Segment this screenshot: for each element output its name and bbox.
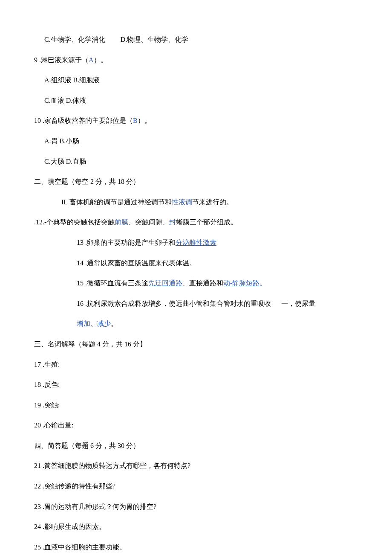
q12-blank2: 封 [169,218,176,226]
q14: 14 .通常以家畜的亘肠温度来代表体温。 [34,258,358,269]
q16-blank2: 减少 [97,320,111,327]
q16-line2: 增加、减少。 [34,318,358,329]
q11: IL 畜体机能的调节是通过神经调节和性液调节来进行的。 [34,197,358,208]
q13-blank: 分泌雌性激素 [176,239,216,246]
section3-title: 三、名词解释（每题 4 分，共 16 分】 [34,339,358,350]
q9-answer: A [89,56,94,64]
q9-stem: 9 .淋巴液来源于（A）。 [34,55,358,66]
q9-options-ab: A.组织液 B.细胞液 [34,75,358,86]
q17: 17 .生殖: [34,359,358,370]
q10-answer: B [133,117,138,124]
q19: 19 .突触: [34,400,358,411]
q12: .12.-个典型的突触包括突触前膜、突触间隙、封蜥膜三个部分组成。 [34,217,358,228]
q8-opt-c: C.生物学、化学消化 [44,36,105,43]
q20: 20 .心输出量: [34,420,358,431]
q12-blank1: 前膜 [115,218,128,226]
q10-stem: 10 .家畜吸收营养的主要部位是（B）。 [34,115,358,126]
q8-opt-d: D.物理、生物学、化学 [121,36,189,43]
q10-options-ab: A.胃 B.小肠 [34,136,358,147]
q24: 24 .影响尿生成的因素。 [34,521,358,532]
q16-line1: 16 .抗利尿激素合成释放增多，使远曲小管和集合管对水的重吸收一，使尿量 [34,298,358,309]
q22: 22 .突触传递的特性有那些? [34,481,358,492]
q8-options-cd: C.生物学、化学消化D.物理、生物学、化学 [34,34,358,45]
q18: 18 .反刍: [34,379,358,390]
q25: 25 .血液中各细胞的主要功能。 [34,542,358,553]
q23: 23 .胃的运动有几种形式？何为胃的排空? [34,501,358,512]
section2-title: 二、填空题（每空 2 分，共 18 分） [34,176,358,187]
q15-blank2: 动-静脉短路 [223,279,259,287]
section4-title: 四、简答题（每题 6 分，共 30 分） [34,440,358,451]
q15: 15 .微循环血流有三条途先迂回通路、直接通路和动-静脉短路。 [34,278,358,289]
q21: 21 .简答细胞膜的物质转运方式有哪些，各有何特点? [34,460,358,471]
q9-options-cd: C.血液 D.体液 [34,95,358,106]
q15-blank1: 先迂回通路 [148,279,182,287]
q13: 13 .卵巢的主要功能是产生卵子和分泌雌性激素 [34,237,358,248]
q10-options-cd: C.大肠 D.直肠 [34,156,358,167]
q16-blank1: 增加 [77,320,90,327]
q11-blank: 性液调 [172,198,192,206]
